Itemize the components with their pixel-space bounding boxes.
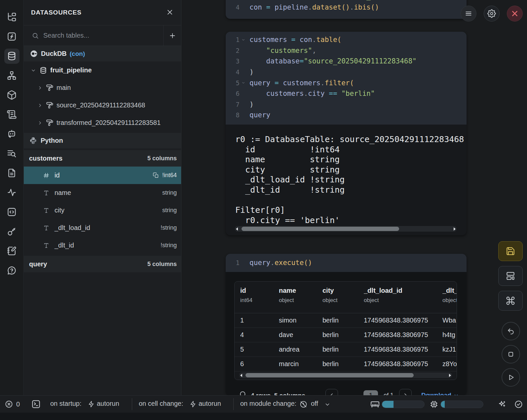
save-button[interactable] bbox=[498, 241, 523, 261]
rows-summary: 4 rows, 5 columns bbox=[251, 392, 305, 395]
fold-toggle[interactable] bbox=[241, 81, 246, 85]
engine-connection: (con) bbox=[70, 50, 85, 57]
close-panel-button[interactable] bbox=[165, 8, 174, 17]
line-number: 4 bbox=[226, 4, 240, 11]
output-horizontal-scrollbar[interactable] bbox=[235, 226, 457, 232]
code-cell-1[interactable]: 3pipeline = dlt.attach("fruit_pipeline")… bbox=[226, 0, 467, 19]
code-text[interactable]: query bbox=[249, 111, 270, 119]
rail-item-function-square[interactable] bbox=[0, 27, 23, 46]
table-search-icon[interactable] bbox=[239, 390, 247, 395]
scroll-left-arrow-icon[interactable] bbox=[240, 374, 242, 377]
table-query[interactable]: query5 columns bbox=[24, 256, 181, 272]
type-icon bbox=[43, 207, 50, 214]
cell-3-editor[interactable]: 1query.execute() bbox=[226, 254, 467, 272]
connection-status-button[interactable] bbox=[514, 400, 523, 409]
column-type: !int64 bbox=[162, 172, 177, 179]
column-header-name: city bbox=[322, 287, 364, 294]
table-customers[interactable]: customers5 columns bbox=[24, 150, 181, 167]
table-column-header[interactable]: idint64 bbox=[240, 287, 279, 313]
rail-item-help-circle[interactable] bbox=[0, 261, 23, 280]
rail-item-file-tree[interactable] bbox=[0, 7, 23, 27]
column-_dlt_id[interactable]: _dlt_id!string bbox=[24, 237, 181, 254]
tree-item-fruit_pipeline[interactable]: fruit_pipeline bbox=[24, 61, 181, 79]
engine-duckdb[interactable]: DuckDB (con) bbox=[24, 46, 181, 61]
on-cell-change-value[interactable]: autorun bbox=[199, 400, 221, 407]
tree-item-source_202504291112283468[interactable]: source_202504291112283468 bbox=[24, 96, 181, 114]
table-row[interactable]: 1simonberlin1745968348.3806975Wba bbox=[235, 313, 457, 328]
table-horizontal-scrollbar[interactable] bbox=[239, 372, 452, 378]
keyboard-shortcuts-button[interactable] bbox=[498, 291, 523, 311]
rail-item-activity[interactable] bbox=[0, 183, 23, 202]
tree-item-transformed_202504291112283581[interactable]: transformed_202504291112283581 bbox=[24, 114, 181, 132]
scroll-left-arrow-icon[interactable] bbox=[236, 227, 238, 231]
stop-button[interactable] bbox=[502, 345, 520, 363]
table-header-row: idint64nameobjectcityobject_dlt_load_ido… bbox=[235, 282, 457, 313]
code-text[interactable]: ) bbox=[249, 100, 254, 108]
cell-1-editor[interactable]: 3pipeline = dlt.attach("fruit_pipeline")… bbox=[226, 0, 467, 13]
code-square-icon bbox=[7, 207, 17, 217]
next-page-button[interactable] bbox=[399, 389, 412, 395]
on-startup-value[interactable]: autorun bbox=[97, 400, 119, 407]
table-row[interactable]: 5andreaberlin1745968348.3806975kzJ1 bbox=[235, 342, 457, 357]
settings-button[interactable] bbox=[484, 6, 500, 21]
code-cell-3[interactable]: 1query.execute() idint64nameobjectcityob… bbox=[226, 254, 467, 395]
on-module-change-value[interactable]: off bbox=[311, 400, 318, 407]
table-column-header[interactable]: nameobject bbox=[279, 287, 322, 313]
scroll-right-arrow-icon[interactable] bbox=[449, 374, 451, 377]
table-row[interactable]: 6marcinberlin1745968348.3806975z8Yo bbox=[235, 357, 457, 371]
run-button[interactable] bbox=[502, 368, 520, 387]
layout-toggle-button[interactable] bbox=[498, 266, 523, 286]
cell-2-editor[interactable]: 1customers = con.table(2 "customers",3 d… bbox=[226, 32, 467, 125]
code-text[interactable]: con = pipeline.dataset().ibis() bbox=[249, 3, 379, 11]
tree-item-main[interactable]: main bbox=[24, 79, 181, 96]
code-cell-2[interactable]: 1customers = con.table(2 "customers",3 d… bbox=[226, 32, 467, 235]
column-city[interactable]: citystring bbox=[24, 202, 181, 219]
rail-item-bot-message[interactable] bbox=[0, 124, 23, 144]
rail-item-scroll-text[interactable] bbox=[0, 105, 23, 124]
rail-item-notebook-pen[interactable] bbox=[0, 241, 23, 261]
rail-item-file-text[interactable] bbox=[0, 163, 23, 183]
errors-indicator[interactable]: 0 bbox=[5, 400, 20, 408]
table-cell: 1 bbox=[240, 317, 279, 324]
scrollbar-thumb[interactable] bbox=[245, 373, 414, 377]
code-text[interactable]: query = customers.filter( bbox=[249, 79, 354, 87]
rail-item-sitemap[interactable] bbox=[0, 66, 23, 85]
undo-button[interactable] bbox=[502, 322, 520, 340]
prev-page-button[interactable] bbox=[325, 389, 338, 395]
rail-item-list-search[interactable] bbox=[0, 144, 23, 163]
column-name[interactable]: namestring bbox=[24, 184, 181, 202]
rail-item-database[interactable] bbox=[0, 46, 23, 66]
code-text[interactable]: database="source_202504291112283468" bbox=[249, 57, 417, 65]
rail-item-code-square[interactable] bbox=[0, 202, 23, 222]
search-input[interactable] bbox=[43, 32, 163, 39]
shutdown-button[interactable] bbox=[507, 6, 523, 21]
code-text[interactable]: "customers", bbox=[249, 47, 316, 55]
code-text[interactable]: customers = con.table( bbox=[249, 36, 341, 44]
table-row[interactable]: 4daveberlin1745968348.3806975h4tg bbox=[235, 328, 457, 342]
code-text[interactable]: pipeline = dlt.attach("fruit_pipeline") bbox=[249, 0, 412, 0]
scrollbar-thumb[interactable] bbox=[242, 227, 399, 231]
add-datasource-button[interactable] bbox=[163, 25, 181, 46]
column-_dlt_load_id[interactable]: _dlt_load_id!string bbox=[24, 219, 181, 237]
chevron-down-icon[interactable] bbox=[324, 401, 331, 408]
scroll-right-arrow-icon[interactable] bbox=[454, 227, 456, 231]
table-column-header[interactable]: _dlt_idobject bbox=[442, 287, 457, 313]
download-link[interactable]: Download bbox=[421, 392, 459, 395]
section-python[interactable]: Python bbox=[24, 133, 181, 148]
ai-assistant-button[interactable] bbox=[498, 400, 507, 409]
chevron-right-icon bbox=[37, 120, 43, 126]
table-column-header[interactable]: _dlt_load_idobject bbox=[364, 287, 442, 313]
cell-menu-button[interactable] bbox=[461, 6, 476, 21]
type-icon bbox=[43, 242, 50, 249]
terminal-button[interactable] bbox=[31, 399, 41, 409]
column-id[interactable]: id!int64 bbox=[24, 167, 181, 184]
code-text[interactable]: customers.city == "berlin" bbox=[249, 90, 375, 97]
table-column-header[interactable]: cityobject bbox=[322, 287, 364, 313]
code-text[interactable]: query.execute() bbox=[249, 259, 312, 267]
code-text[interactable]: ) bbox=[249, 68, 254, 76]
rail-item-key[interactable] bbox=[0, 222, 23, 241]
page-number-select[interactable]: 1 bbox=[363, 390, 378, 395]
fold-toggle[interactable] bbox=[241, 38, 246, 42]
database-tree: fruit_pipelinemainsource_202504291112283… bbox=[24, 61, 181, 132]
rail-item-package[interactable] bbox=[0, 85, 23, 105]
